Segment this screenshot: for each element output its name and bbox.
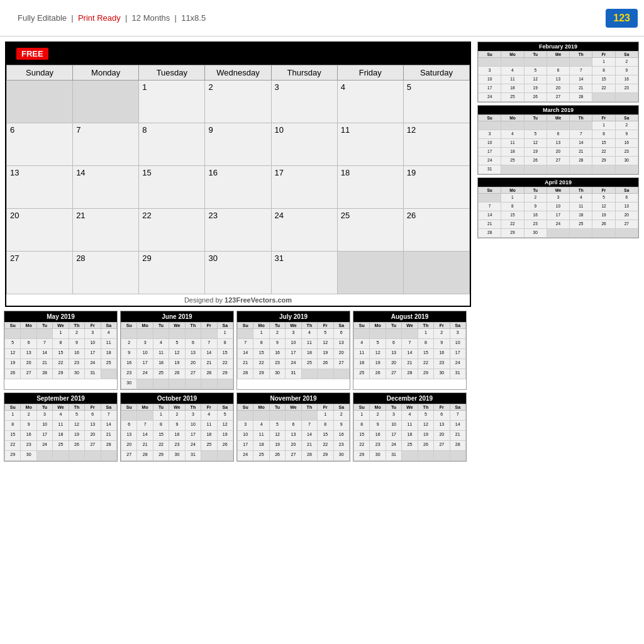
- small-month-cell: 20: [121, 441, 137, 451]
- main-layout: FREE Sunday Monday Tuesday Wednesday Thu…: [0, 36, 644, 644]
- small-month-cell: 22: [253, 359, 269, 369]
- small-month-day-header: Fr: [85, 323, 101, 329]
- small-month-cell: [318, 369, 333, 379]
- small-month-cell: 21: [137, 441, 153, 451]
- right-small-month-cell: [547, 165, 569, 174]
- right-small-month-cell: 8: [592, 130, 615, 139]
- right-small-month-cell: 8: [592, 67, 615, 75]
- small-month-cell: 28: [201, 369, 217, 379]
- small-month-day-header: Fr: [201, 404, 217, 411]
- small-month-cell: 8: [5, 421, 21, 431]
- right-small-month-cell: 4: [501, 67, 524, 75]
- small-month-cell: 5: [318, 329, 333, 339]
- small-month-cell: 19: [169, 359, 185, 369]
- small-month-header: September 2019: [4, 393, 117, 404]
- small-month-cell: 17: [238, 441, 253, 451]
- right-small-month-cell: 12: [592, 203, 615, 211]
- right-small-month-cell: 15: [501, 211, 524, 220]
- small-month-header: November 2019: [237, 393, 350, 404]
- small-month-cell: 30: [69, 369, 84, 379]
- small-month-cell: 29: [153, 451, 169, 461]
- small-month-cell: 27: [185, 369, 201, 379]
- left-panel: FREE Sunday Monday Tuesday Wednesday Thu…: [0, 36, 475, 644]
- jan-cell: 15: [139, 166, 205, 209]
- small-month-cell: 11: [301, 339, 317, 349]
- jan-cell: 19: [403, 166, 469, 209]
- small-month-day-header: Th: [418, 323, 433, 329]
- small-month-cell: 14: [36, 349, 52, 359]
- small-month-cell: 22: [318, 441, 333, 451]
- right-small-month-cell: 18: [501, 84, 524, 93]
- small-month-cell: 4: [153, 339, 169, 349]
- right-small-month-cell: 5: [524, 130, 547, 139]
- right-small-month-cell: 24: [479, 93, 501, 102]
- right-small-month-cell: 26: [524, 157, 547, 165]
- right-small-month-cell: 30: [524, 229, 547, 238]
- small-month-cell: 3: [450, 329, 465, 339]
- small-month-cell: [354, 329, 370, 339]
- small-month-cell: [434, 451, 450, 461]
- small-month-day-header: Su: [354, 404, 370, 411]
- small-month-cell: 30: [121, 379, 137, 389]
- right-small-month-cell: [615, 165, 638, 174]
- small-month-cell: [69, 451, 84, 461]
- january-calendar: FREE Sunday Monday Tuesday Wednesday Thu…: [5, 42, 471, 307]
- small-month-cell: [137, 329, 153, 339]
- small-month-cell: 11: [153, 349, 169, 359]
- small-month-cell: 16: [434, 349, 450, 359]
- jan-col-tue: Tuesday: [139, 65, 205, 80]
- small-month-cell: 31: [85, 369, 101, 379]
- small-month-cell: 23: [169, 441, 185, 451]
- right-small-month-cell: 17: [479, 148, 501, 157]
- small-month: December 2019SuMoTuWeThFrSa1234567891011…: [353, 392, 467, 462]
- right-small-month-cell: 28: [570, 157, 592, 165]
- small-month-cell: 19: [370, 359, 386, 369]
- small-month-cell: 25: [53, 441, 69, 451]
- small-month-cell: 5: [217, 411, 233, 421]
- small-month-cell: 2: [434, 329, 450, 339]
- jan-cell: 26: [403, 209, 469, 252]
- small-month-header: June 2019: [121, 311, 233, 322]
- free-badge: FREE: [16, 48, 48, 60]
- jan-cell: [337, 252, 403, 294]
- small-month-day-header: Th: [185, 323, 201, 329]
- right-small-month-cell: 25: [570, 220, 592, 229]
- small-month-cell: 15: [153, 431, 169, 441]
- small-month-cell: 10: [137, 349, 153, 359]
- credit-text: Designed by 123FreeVectors.com: [6, 294, 470, 306]
- small-month-cell: [153, 329, 169, 339]
- right-small-month-header: April 2019: [478, 178, 638, 187]
- right-small-month-day: Th: [570, 187, 592, 194]
- small-month-cell: 4: [301, 329, 317, 339]
- right-small-month-cell: [592, 229, 615, 238]
- right-small-month-cell: 9: [615, 67, 638, 75]
- right-small-month-header: March 2019: [478, 106, 638, 114]
- small-month-cell: 15: [418, 349, 433, 359]
- right-small-month-cell: 10: [479, 75, 501, 84]
- right-small-month-cell: 11: [501, 75, 524, 84]
- small-month-cell: 5: [5, 339, 21, 349]
- small-month-cell: [21, 329, 36, 339]
- right-small-month-cell: [501, 58, 524, 67]
- small-month-cell: 21: [450, 431, 465, 441]
- small-month-grid: SuMoTuWeThFrSa12345678910111213141516171…: [353, 322, 466, 379]
- small-month-cell: 11: [354, 349, 370, 359]
- right-small-month-day: Su: [479, 115, 501, 121]
- small-month-cell: 7: [301, 421, 317, 431]
- small-month-cell: 13: [121, 431, 137, 441]
- right-small-month-day: Tu: [524, 187, 547, 194]
- jan-cell: 18: [337, 166, 403, 209]
- small-month-cell: 8: [418, 339, 433, 349]
- right-small-month-cell: 13: [615, 203, 638, 211]
- small-month-cell: 9: [169, 421, 185, 431]
- small-month-cell: 1: [354, 411, 370, 421]
- right-small-month-cell: [524, 121, 547, 130]
- small-month-cell: [418, 451, 433, 461]
- jan-cell: 14: [73, 166, 139, 209]
- small-month-cell: 8: [53, 339, 69, 349]
- small-month-cell: 12: [217, 421, 233, 431]
- small-month-cell: [137, 379, 153, 389]
- small-month-cell: 15: [217, 349, 233, 359]
- small-month-cell: 3: [137, 339, 153, 349]
- small-month-cell: 20: [185, 359, 201, 369]
